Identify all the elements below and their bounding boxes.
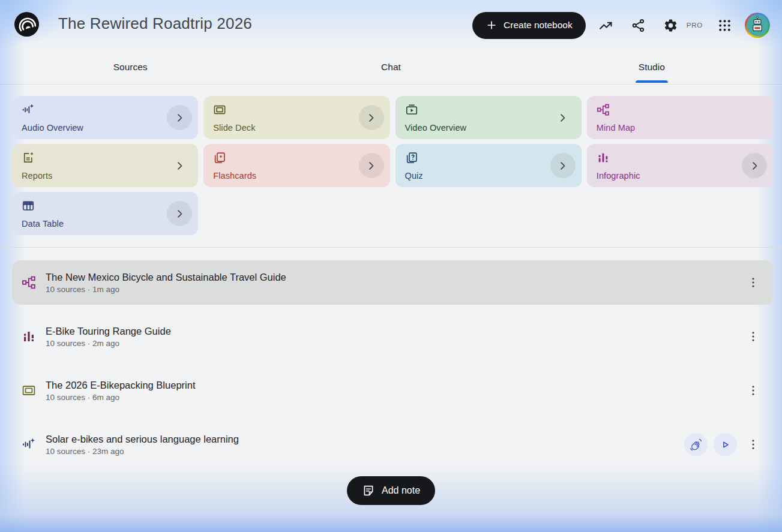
- share-button[interactable]: [627, 13, 651, 37]
- studio-card-label: Quiz: [405, 171, 423, 181]
- item-more-menu-button[interactable]: [743, 326, 763, 347]
- active-tab-underline: [636, 80, 668, 83]
- avatar-image: [747, 14, 768, 36]
- open-card-button[interactable]: [167, 105, 192, 130]
- item-actions: [684, 433, 737, 456]
- studio-card-label: Flashcards: [213, 171, 256, 181]
- studio-card-audio-overview[interactable]: Audio Overview: [12, 96, 198, 139]
- item-title: The 2026 E-Bikepacking Blueprint: [46, 379, 737, 392]
- google-apps-button[interactable]: [712, 13, 736, 37]
- item-more-menu-button[interactable]: [743, 380, 763, 401]
- studio-card-video-overview[interactable]: Video Overview: [396, 96, 582, 139]
- studio-card-infographic[interactable]: Infographic: [587, 144, 773, 187]
- chevron-right-icon: [556, 112, 569, 124]
- chevron-right-icon: [365, 112, 377, 124]
- tab-sources-label: Sources: [113, 62, 148, 73]
- robot-avatar-icon: [747, 14, 768, 36]
- studio-card-label: Slide Deck: [213, 123, 255, 133]
- more-vertical-icon: [747, 276, 760, 289]
- apps-grid-icon: [717, 18, 732, 33]
- studio-card-flashcards[interactable]: Flashcards: [203, 144, 389, 187]
- more-vertical-icon: [747, 330, 760, 343]
- chevron-right-icon: [365, 160, 377, 172]
- waving-hand-icon: [690, 438, 702, 451]
- slide-deck-icon: [22, 383, 36, 398]
- studio-card-slide-deck[interactable]: Slide Deck: [203, 96, 389, 139]
- open-card-button[interactable]: [550, 153, 576, 178]
- audio-waveform-sparkle-icon: [22, 103, 35, 116]
- panel-tabs: Sources Chat Studio: [0, 50, 782, 85]
- chevron-right-icon: [173, 208, 186, 220]
- create-notebook-label: Create notebook: [504, 20, 573, 31]
- settings-gear-icon: [663, 18, 678, 33]
- interactive-mode-button[interactable]: [684, 433, 708, 456]
- studio-item-row[interactable]: Solar e-bikes and serious language learn…: [12, 422, 773, 467]
- pro-badge: PRO: [687, 22, 703, 29]
- report-sparkle-icon: [22, 151, 35, 164]
- open-card-button[interactable]: [742, 153, 767, 178]
- note-icon: [362, 484, 375, 497]
- mind-map-icon: [22, 275, 36, 290]
- trending-up-icon: [598, 18, 613, 33]
- add-note-row: Add note: [0, 476, 782, 505]
- chevron-right-icon: [556, 160, 569, 172]
- item-meta: 10 sources · 6m ago: [46, 393, 737, 402]
- item-more-menu-button[interactable]: [743, 434, 763, 455]
- studio-cards-grid: Audio Overview Slide Deck Video Overview…: [12, 96, 773, 235]
- studio-items-list: The New Mexico Bicycle and Sustainable T…: [0, 248, 782, 467]
- account-avatar[interactable]: [745, 13, 770, 38]
- studio-card-quiz[interactable]: Quiz: [396, 144, 582, 187]
- notebook-title[interactable]: The Rewired Roadtrip 2026: [58, 14, 252, 33]
- studio-card-label: Audio Overview: [22, 123, 83, 133]
- notebooklm-logo[interactable]: [14, 12, 39, 37]
- chevron-right-icon: [173, 160, 186, 172]
- plus-icon: [486, 19, 498, 31]
- open-card-button[interactable]: [550, 105, 576, 130]
- mind-map-icon: [597, 103, 610, 116]
- studio-card-label: Video Overview: [405, 123, 467, 133]
- play-button[interactable]: [714, 433, 737, 456]
- data-table-icon: [22, 199, 35, 212]
- add-note-label: Add note: [382, 485, 420, 496]
- more-vertical-icon: [747, 384, 760, 397]
- studio-item-row[interactable]: The 2026 E-Bikepacking Blueprint 10 sour…: [12, 368, 773, 413]
- create-notebook-button[interactable]: Create notebook: [472, 12, 586, 39]
- studio-card-mind-map[interactable]: Mind Map: [587, 96, 773, 139]
- open-card-button[interactable]: [167, 201, 192, 226]
- add-note-button[interactable]: Add note: [347, 476, 435, 505]
- video-overview-icon: [405, 103, 418, 116]
- share-icon: [631, 18, 646, 33]
- header-actions: Create notebook PRO: [472, 0, 770, 50]
- quiz-icon: [405, 151, 418, 164]
- studio-card-label: Mind Map: [597, 123, 635, 133]
- slide-deck-icon: [213, 103, 226, 116]
- tab-chat-label: Chat: [381, 62, 401, 73]
- tab-studio[interactable]: Studio: [522, 50, 782, 84]
- infographic-icon: [22, 329, 36, 344]
- studio-card-label: Data Table: [22, 219, 64, 229]
- open-card-button[interactable]: [359, 153, 384, 178]
- tab-chat[interactable]: Chat: [260, 50, 521, 84]
- play-icon: [719, 438, 732, 451]
- notebook-app-window: The Rewired Roadtrip 2026 Create noteboo…: [0, 0, 782, 532]
- chevron-right-icon: [173, 112, 186, 124]
- infographic-icon: [597, 151, 610, 164]
- more-vertical-icon: [747, 438, 760, 451]
- studio-card-data-table[interactable]: Data Table: [12, 192, 198, 235]
- studio-item-row[interactable]: E-Bike Touring Range Guide 10 sources · …: [12, 314, 773, 359]
- open-card-button[interactable]: [167, 153, 192, 178]
- item-title: The New Mexico Bicycle and Sustainable T…: [46, 271, 737, 284]
- analytics-button[interactable]: [594, 13, 618, 37]
- notebooklm-logo-icon: [15, 13, 39, 37]
- chevron-right-icon: [748, 160, 761, 172]
- open-card-button[interactable]: [359, 105, 384, 130]
- flashcards-icon: [213, 151, 226, 164]
- item-meta: 10 sources · 1m ago: [46, 285, 737, 294]
- audio-waveform-sparkle-icon: [22, 437, 36, 452]
- item-more-menu-button[interactable]: [743, 272, 763, 293]
- settings-button[interactable]: [659, 13, 683, 37]
- studio-item-row[interactable]: The New Mexico Bicycle and Sustainable T…: [12, 260, 773, 305]
- tab-sources[interactable]: Sources: [0, 50, 260, 84]
- item-title: E-Bike Touring Range Guide: [46, 325, 737, 338]
- studio-card-reports[interactable]: Reports: [12, 144, 198, 187]
